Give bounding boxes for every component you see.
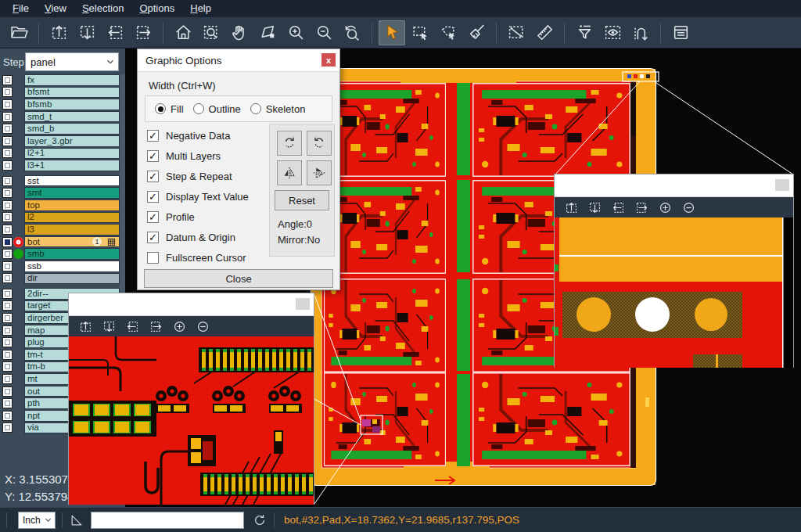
layer-row-l3+1[interactable]: l3+1 — [0, 160, 125, 171]
layer-checkbox-l3[interactable] — [2, 225, 13, 235]
pan-hand-button[interactable] — [226, 20, 253, 45]
pan-up-button[interactable] — [559, 199, 583, 216]
menu-selection[interactable]: Selection — [74, 0, 131, 17]
checkbox-datum-origin[interactable]: ✓Datum & Origin — [147, 227, 249, 247]
zoom-window-content[interactable] — [69, 336, 314, 505]
layer-checkbox-smb[interactable] — [2, 249, 13, 259]
select-arrow-button[interactable] — [379, 20, 405, 45]
rotate-cw-button[interactable] — [277, 131, 302, 156]
close-button[interactable]: Close — [144, 269, 333, 288]
layer-checkbox-dirgerber[interactable] — [2, 313, 13, 323]
radio-fill[interactable]: Fill — [155, 103, 184, 115]
layer-row-l3[interactable]: l3 — [0, 224, 125, 235]
mirror-horizontal-button[interactable] — [277, 160, 302, 185]
layer-checkbox-fx[interactable] — [2, 75, 13, 85]
open-folder-button[interactable] — [5, 20, 32, 45]
window-button[interactable] — [775, 179, 789, 191]
layer-row-fx[interactable]: fx — [0, 74, 125, 86]
layer-checkbox-l3+1[interactable] — [2, 160, 13, 171]
layer-checkbox-mt[interactable] — [2, 374, 13, 384]
menu-help[interactable]: Help — [182, 0, 219, 17]
pan-right-button[interactable] — [630, 199, 653, 216]
dialog-titlebar[interactable]: Graphic Options x — [138, 49, 339, 72]
zoom-previous-button[interactable] — [339, 20, 365, 45]
checkbox-profile[interactable]: ✓Profile — [147, 207, 249, 227]
layer-row-layer_3.gbr[interactable]: layer_3.gbr — [0, 135, 125, 147]
layer-checkbox-sst[interactable] — [2, 176, 13, 186]
menu-file[interactable]: File — [5, 0, 37, 17]
checkbox-fullscreen-cursor[interactable]: Fullscreen Cursor — [147, 247, 249, 268]
layer-row-l2+1[interactable]: l2+1 — [0, 148, 125, 160]
pan-up-button[interactable] — [74, 318, 97, 335]
select-rectangle-button[interactable] — [407, 20, 433, 45]
layer-checkbox-tm-b[interactable] — [2, 361, 13, 372]
layer-checkbox-bfsmb[interactable] — [2, 99, 13, 110]
layer-checkbox-smd_b[interactable] — [2, 124, 13, 134]
layer-checkbox-dir[interactable] — [2, 273, 13, 283]
layer-row-top[interactable]: top — [0, 200, 125, 211]
zoom-in-circle-button[interactable] — [167, 318, 191, 335]
sync-icon[interactable] — [252, 512, 268, 528]
zoom-in-circle-button[interactable] — [653, 199, 677, 216]
layer-checkbox-via[interactable] — [2, 422, 13, 433]
layer-checkbox-npt[interactable] — [2, 411, 13, 421]
layer-checkbox-tm-t[interactable] — [2, 350, 13, 360]
unit-select[interactable]: Inch — [18, 512, 56, 529]
clean-brush-button[interactable] — [463, 20, 490, 45]
layer-checkbox-out[interactable] — [2, 386, 13, 397]
pan-left-button[interactable] — [102, 20, 128, 45]
layer-checkbox-layer_3.gbr[interactable] — [2, 136, 13, 146]
report-panel-button[interactable] — [667, 20, 694, 45]
window-button[interactable] — [296, 298, 310, 310]
rotate-ccw-button[interactable] — [307, 131, 332, 156]
pan-down-button[interactable] — [583, 199, 606, 216]
pan-right-button[interactable] — [130, 20, 156, 45]
zoom-in-button[interactable] — [282, 20, 309, 45]
zoom-polygon-button[interactable] — [254, 20, 281, 45]
dialog-close-button[interactable]: x — [321, 53, 336, 66]
ruler-button[interactable] — [531, 20, 558, 45]
pan-right-button[interactable] — [144, 318, 167, 335]
pan-up-button[interactable] — [45, 20, 72, 45]
layer-checkbox-smd_t[interactable] — [2, 112, 13, 122]
step-select[interactable]: panel — [25, 52, 119, 71]
layer-row-ssb[interactable]: ssb — [0, 261, 125, 272]
view-options-button[interactable] — [599, 20, 626, 45]
select-polygon-button[interactable] — [435, 20, 462, 45]
layer-checkbox-bfsmt[interactable] — [2, 87, 13, 97]
layer-checkbox-l2+1[interactable] — [2, 148, 13, 158]
layer-checkbox-l2[interactable] — [2, 212, 13, 222]
home-button[interactable] — [170, 20, 196, 45]
radio-skeleton[interactable]: Skeleton — [250, 103, 306, 115]
layer-row-bfsmb[interactable]: bfsmb — [0, 99, 125, 110]
layer-row-bfsmt[interactable]: bfsmt — [0, 87, 125, 99]
layer-checkbox-pth[interactable] — [2, 398, 13, 408]
zoom-out-button[interactable] — [311, 20, 337, 45]
layer-checkbox-target[interactable] — [2, 300, 13, 311]
radio-outline[interactable]: Outline — [193, 103, 241, 115]
checkbox-negative-data[interactable]: ✓Negative Data — [147, 125, 249, 146]
reset-button[interactable]: Reset — [275, 190, 329, 210]
menu-options[interactable]: Options — [131, 0, 182, 17]
zoom-window-button[interactable] — [198, 20, 224, 45]
pan-left-button[interactable] — [606, 199, 630, 216]
layer-row-smb[interactable]: smb — [0, 248, 125, 260]
layer-checkbox-plug[interactable] — [2, 337, 13, 347]
layer-row-smd_b[interactable]: smd_b — [0, 123, 125, 135]
zoom-out-circle-button[interactable] — [191, 318, 214, 335]
checkbox-multi-layers[interactable]: ✓Multi Layers — [147, 146, 249, 166]
layer-checkbox-map[interactable] — [2, 325, 13, 336]
pan-down-button[interactable] — [97, 318, 120, 335]
layer-checkbox-top[interactable] — [2, 200, 13, 210]
pan-down-button[interactable] — [74, 20, 100, 45]
layer-row-dir[interactable]: dir — [0, 273, 125, 285]
layer-checkbox-ssb[interactable] — [2, 261, 13, 271]
layer-row-smt[interactable]: smt — [0, 187, 125, 199]
zoom-out-circle-button[interactable] — [677, 199, 700, 216]
menu-view[interactable]: View — [37, 0, 74, 17]
layer-row-l2[interactable]: l2 — [0, 212, 125, 224]
layer-row-bot[interactable]: bot1 — [0, 236, 125, 248]
zoom-window-content[interactable] — [555, 217, 793, 368]
mirror-vertical-button[interactable] — [307, 160, 332, 185]
layer-checkbox-bot[interactable] — [2, 237, 13, 247]
